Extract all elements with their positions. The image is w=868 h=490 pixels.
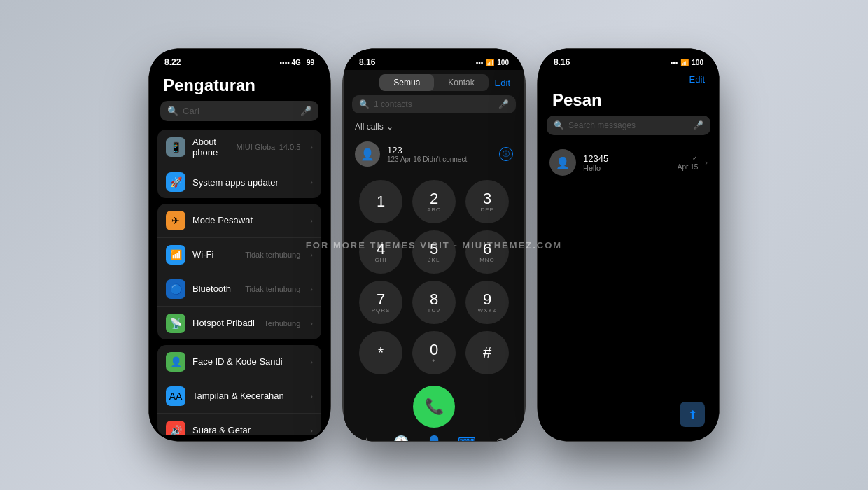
keypad-icon: ⌨: [458, 435, 476, 441]
phone-app-content: Semua Kontak Edit 🔍 1 contacts 🎤 All cal…: [344, 70, 524, 441]
search-icon-left: 🔍: [167, 106, 178, 116]
search-placeholder-left: Cari: [183, 106, 200, 116]
keypad-row-4: * 0+ #: [359, 331, 509, 374]
recents-icon: 🕐: [393, 435, 409, 441]
phone-left: 8.22 ▪▪▪▪ 4G 99 Pengaturan 🔍 Cari 🎤 �: [149, 49, 330, 441]
sound-chevron: ›: [310, 426, 313, 435]
calls-filter[interactable]: All calls ⌄: [344, 119, 524, 134]
call-button[interactable]: 📞: [413, 386, 455, 428]
key-0[interactable]: 0+: [412, 331, 456, 374]
settings-item-about[interactable]: 📱 About phone MIUI Global 14.0.5 ›: [158, 130, 321, 165]
phone-center: 8.16 ▪▪▪ 📶 100 Semua Kontak Edit: [344, 49, 524, 441]
time-right: 8.16: [554, 57, 570, 67]
hotspot-icon: 📡: [166, 314, 186, 333]
voicemail-icon: ⊙: [496, 435, 506, 441]
search-placeholder-center: 1 contacts: [374, 99, 412, 109]
settings-item-wifi[interactable]: 📶 Wi-Fi Tidak terhubung ›: [158, 238, 321, 272]
nav-favorites[interactable]: ★ Favorites: [356, 435, 379, 441]
key-star[interactable]: *: [359, 331, 402, 374]
tab-contacts[interactable]: Kontak: [434, 74, 488, 91]
tab-header: Semua Kontak Edit: [344, 70, 524, 95]
settings-item-airplane[interactable]: ✈ Mode Pesawat ›: [158, 204, 321, 238]
key-5[interactable]: 5JKL: [412, 230, 456, 274]
bluetooth-icon: 🔵: [166, 279, 186, 299]
nav-voicemail[interactable]: ⊙ Voicemail: [489, 435, 512, 441]
messages-title: Pesan: [538, 88, 719, 115]
wifi-icon: 📶: [166, 245, 186, 265]
wifi-status-center: 📶: [486, 59, 494, 66]
wifi-label: Wi-Fi: [192, 249, 238, 260]
status-bar-center: 8.16 ▪▪▪ 📶 100: [344, 49, 524, 70]
sysapps-icon: 🚀: [166, 172, 186, 192]
settings-group-1: 📱 About phone MIUI Global 14.0.5 › 🚀 Sys…: [158, 130, 321, 198]
key-8[interactable]: 8TUV: [412, 281, 456, 324]
filter-label: All calls: [355, 122, 384, 132]
sysapps-chevron: ›: [310, 178, 313, 186]
messages-header: Edit: [538, 70, 719, 88]
call-name: 123: [387, 145, 492, 155]
call-detail: 123 Apr 16 Didn't connect: [387, 155, 492, 163]
messages-search[interactable]: 🔍 Search messages 🎤: [547, 115, 710, 135]
status-bar-left: 8.22 ▪▪▪▪ 4G 99: [149, 49, 330, 70]
battery-center: 100: [497, 59, 509, 66]
nav-recents[interactable]: 🕐 Recents: [391, 435, 411, 441]
key-hash[interactable]: #: [465, 331, 509, 374]
recent-call[interactable]: 👤 123 123 Apr 16 Didn't connect ⓘ: [344, 134, 524, 174]
battery-left: 99: [307, 59, 314, 66]
tab-edit[interactable]: Edit: [495, 78, 510, 88]
display-chevron: ›: [310, 392, 313, 400]
keypad-row-1: 1 2ABC 3DEF: [359, 180, 509, 223]
time-left: 8.22: [164, 57, 181, 67]
wifi-value: Tidak terhubung: [245, 251, 300, 259]
msg-preview-0: Hello: [583, 164, 671, 172]
bluetooth-chevron: ›: [310, 285, 313, 293]
settings-item-bluetooth[interactable]: 🔵 Bluetooth Tidak terhubung ›: [158, 272, 321, 307]
key-3[interactable]: 3DEF: [465, 180, 509, 223]
hotspot-label: Hotspot Pribadi: [192, 318, 257, 328]
compose-button[interactable]: ⬆: [680, 402, 705, 427]
key-6[interactable]: 6MNO: [465, 230, 509, 274]
msg-check-0: ✓: [692, 155, 698, 162]
key-9[interactable]: 9WXYZ: [465, 281, 509, 324]
key-1[interactable]: 1: [359, 180, 402, 223]
call-actions: 📞: [344, 380, 524, 430]
status-icons-left: ▪▪▪▪ 4G 99: [280, 59, 314, 66]
messages-screen: 8.16 ▪▪▪ 📶 100 Edit Pesan 🔍 Search messa…: [538, 49, 719, 441]
nav-contacts[interactable]: 👤 Contacts: [424, 435, 446, 441]
mic-icon-left: 🎤: [300, 106, 312, 116]
faceid-icon: 👤: [166, 352, 186, 372]
call-info-icon[interactable]: ⓘ: [499, 147, 513, 161]
nav-keypad[interactable]: ⌨ Keypad: [458, 435, 477, 441]
contacts-icon: 👤: [426, 435, 442, 441]
settings-group-2: ✈ Mode Pesawat › 📶 Wi-Fi Tidak terhubung…: [158, 204, 321, 340]
settings-content: Pengaturan 🔍 Cari 🎤 📱 About phone MIUI G…: [149, 70, 330, 441]
settings-item-display[interactable]: AA Tampilan & Kecerahan ›: [158, 379, 321, 414]
keypad-row-3: 7PQRS 8TUV 9WXYZ: [359, 281, 509, 324]
settings-screen: 8.22 ▪▪▪▪ 4G 99 Pengaturan 🔍 Cari 🎤 �: [149, 49, 330, 441]
msg-meta-0: ✓ Apr 15: [678, 155, 698, 171]
msg-time-0: Apr 15: [678, 163, 698, 171]
settings-item-hotspot[interactable]: 📡 Hotspot Pribadi Terhubung ›: [158, 307, 321, 340]
network-left: ▪▪▪▪ 4G: [280, 59, 301, 66]
about-value: MIUI Global 14.0.5: [237, 143, 301, 151]
battery-right: 100: [692, 59, 704, 66]
key-7[interactable]: 7PQRS: [359, 281, 402, 324]
about-icon: 📱: [166, 137, 186, 157]
signal-right: ▪▪▪: [671, 59, 678, 66]
message-item-0[interactable]: 👤 12345 Hello ✓ Apr 15 ›: [538, 142, 719, 183]
favorites-icon: ★: [361, 435, 372, 441]
msg-name-0: 12345: [583, 153, 671, 164]
messages-edit-btn[interactable]: Edit: [690, 74, 705, 85]
tab-all[interactable]: Semua: [379, 74, 434, 91]
hotspot-value: Terhubung: [264, 319, 300, 328]
msg-info-0: 12345 Hello: [583, 153, 671, 172]
bluetooth-value: Tidak terhubung: [245, 285, 300, 293]
contact-search[interactable]: 🔍 1 contacts 🎤: [352, 95, 516, 113]
key-4[interactable]: 4GHI: [359, 230, 402, 274]
settings-search[interactable]: 🔍 Cari 🎤: [160, 101, 318, 121]
settings-item-sysapps[interactable]: 🚀 System apps updater ›: [158, 165, 321, 198]
settings-item-faceid[interactable]: 👤 Face ID & Kode Sandi ›: [158, 345, 321, 379]
key-2[interactable]: 2ABC: [412, 180, 456, 223]
faceid-chevron: ›: [310, 358, 313, 366]
settings-item-sound[interactable]: 🔊 Suara & Getar ›: [158, 414, 321, 435]
